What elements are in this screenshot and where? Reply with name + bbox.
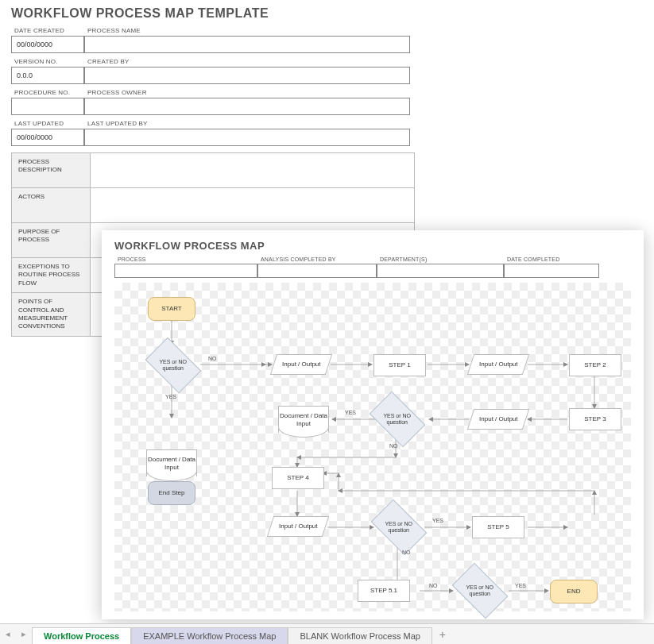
node-end-step[interactable]: End Step (148, 481, 195, 505)
node-io-3[interactable]: Input / Output (467, 409, 529, 430)
label-yes-1: YES (165, 394, 176, 399)
tab-workflow-process[interactable]: Workflow Process (32, 627, 131, 645)
label-purpose: PURPOSE OF PROCESS (11, 222, 91, 257)
label-points-of-control: POINTS OF CONTROL AND MEASUREMENT CONVEN… (11, 292, 91, 337)
label-process-owner: PROCESS OWNER (84, 87, 410, 98)
label-process-name: PROCESS NAME (84, 25, 410, 36)
flow-arrows (114, 283, 631, 611)
node-step-1[interactable]: STEP 1 (373, 354, 426, 376)
label-actors: ACTORS (11, 187, 91, 222)
label-process-description: PROCESS DESCRIPTION (11, 152, 91, 187)
node-end[interactable]: END (550, 580, 598, 604)
label-yes-3: YES (432, 518, 443, 523)
node-io-2[interactable]: Input / Output (467, 354, 529, 375)
label-yes-4: YES (515, 583, 526, 588)
field-wpm-process[interactable] (114, 264, 257, 278)
field-version[interactable]: 0.0.0 (11, 67, 84, 84)
label-wpm-date: DATE COMPLETED (504, 255, 599, 264)
label-wpm-process: PROCESS (114, 255, 257, 264)
field-actors[interactable] (91, 187, 415, 222)
field-process-owner[interactable] (84, 98, 410, 115)
label-last-updated-by: LAST UPDATED BY (84, 118, 410, 129)
add-sheet-button[interactable]: + (432, 626, 453, 643)
field-process-name[interactable] (84, 36, 410, 53)
field-last-updated[interactable]: 00/00/0000 (11, 129, 84, 146)
tab-nav-next-icon[interactable]: ▸ (16, 627, 32, 642)
flow-canvas[interactable]: START YES or NO question NO YES Input / … (114, 283, 631, 611)
workflow-title: WORKFLOW PROCESS MAP (114, 240, 631, 252)
node-step-4[interactable]: STEP 4 (272, 467, 324, 489)
node-start[interactable]: START (148, 297, 195, 321)
label-no-4: NO (429, 583, 438, 588)
field-date-created[interactable]: 00/00/0000 (11, 36, 84, 53)
node-document-2[interactable]: Document / Data Input (278, 406, 329, 433)
node-step-2[interactable]: STEP 2 (569, 354, 621, 376)
label-no-1: NO (208, 356, 217, 361)
label-created-by: CREATED BY (84, 56, 410, 67)
label-last-updated: LAST UPDATED (11, 118, 84, 129)
sheet-tab-bar: ◂ ▸ Workflow Process EXAMPLE Workflow Pr… (0, 623, 654, 644)
node-io-1[interactable]: Input / Output (270, 354, 332, 375)
label-procedure-no: PROCEDURE NO. (11, 87, 84, 98)
field-process-description[interactable] (91, 152, 415, 187)
tab-example-workflow[interactable]: EXAMPLE Workflow Process Map (131, 627, 288, 645)
field-wpm-date[interactable] (504, 264, 599, 278)
workflow-panel: WORKFLOW PROCESS MAP PROCESS ANALYSIS CO… (102, 230, 644, 619)
label-yes-2: YES (345, 410, 356, 415)
label-wpm-dept: DEPARTMENT(S) (377, 255, 504, 264)
label-version: VERSION NO. (11, 56, 84, 67)
tab-nav-prev-icon[interactable]: ◂ (0, 627, 16, 642)
label-exceptions: EXCEPTIONS TO ROUTINE PROCESS FLOW (11, 257, 91, 292)
node-step-3[interactable]: STEP 3 (569, 408, 621, 430)
tab-blank-workflow[interactable]: BLANK Workflow Process Map (288, 627, 431, 645)
label-wpm-analysis: ANALYSIS COMPLETED BY (257, 255, 377, 264)
field-last-updated-by[interactable] (84, 129, 410, 146)
node-io-4[interactable]: Input / Output (267, 516, 329, 537)
node-document-1[interactable]: Document / Data Input (146, 449, 197, 476)
node-step-5[interactable]: STEP 5 (472, 516, 524, 538)
page-title: WORKFLOW PROCESS MAP TEMPLATE (11, 6, 643, 21)
field-wpm-dept[interactable] (377, 264, 504, 278)
node-step-5-1[interactable]: STEP 5.1 (358, 580, 410, 602)
label-no-2: NO (389, 443, 398, 449)
field-wpm-analysis[interactable] (257, 264, 377, 278)
field-created-by[interactable] (84, 67, 410, 84)
label-date-created: DATE CREATED (11, 25, 84, 36)
field-procedure-no[interactable] (11, 98, 84, 115)
label-no-3: NO (402, 550, 411, 555)
